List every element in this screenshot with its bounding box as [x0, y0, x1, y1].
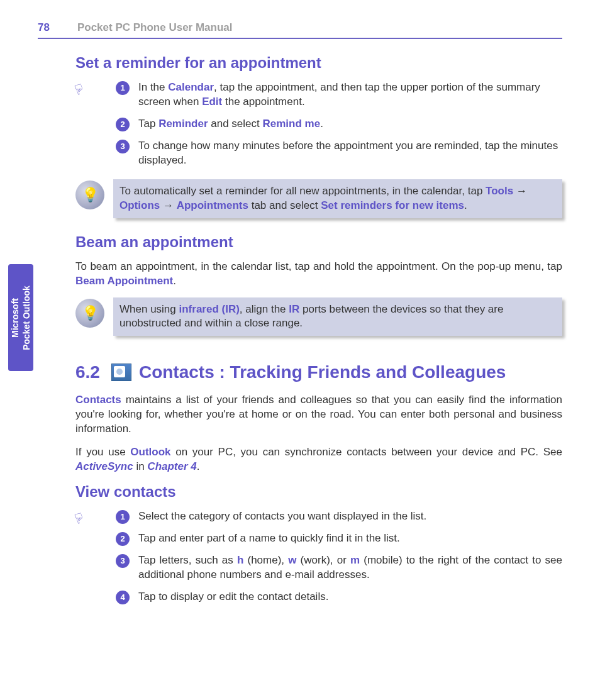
tap-hand-icon: ☟	[73, 81, 86, 99]
page-number: 78	[38, 21, 50, 34]
tip-row: 💡 To automatically set a reminder for al…	[75, 179, 562, 218]
view-contacts-steps: ☟ 1 Select the category of contacts you …	[75, 509, 562, 604]
manual-title: Pocket PC Phone User Manual	[77, 21, 233, 34]
step-item: 3 To change how many minutes before the …	[116, 139, 562, 168]
step-item: 2 Tap and enter part of a name to quickl…	[116, 531, 562, 546]
step-item: 1 Select the category of contacts you wa…	[116, 509, 562, 524]
step-text: Tap letters, such as h (home), w (work),…	[138, 553, 562, 582]
heading-contacts-section: 6.2 Contacts : Tracking Friends and Coll…	[75, 361, 562, 383]
step-list: 1 In the Calendar, tap the appointment, …	[116, 81, 562, 168]
side-tab-line1: Microsoft	[10, 298, 20, 338]
tip-box: To automatically set a reminder for all …	[113, 179, 562, 218]
page-header: 78 Pocket PC Phone User Manual	[38, 21, 562, 34]
lightbulb-icon: 💡	[75, 299, 104, 328]
step-item: 4 Tap to display or edit the contact det…	[116, 590, 562, 604]
step-number-badge: 3	[116, 140, 130, 153]
step-number-badge: 3	[116, 554, 130, 568]
step-number-badge: 1	[116, 81, 130, 95]
contacts-app-icon	[111, 364, 131, 381]
contacts-paragraph-2: If you use Outlook on your PC, you can s…	[75, 445, 562, 474]
page-content: Set a reminder for an appointment ☟ 1 In…	[75, 54, 562, 604]
lightbulb-icon: 💡	[75, 181, 104, 209]
step-number-badge: 4	[116, 591, 130, 604]
step-text: Tap Reminder and select Remind me.	[138, 117, 562, 131]
heading-view-contacts: View contacts	[75, 483, 562, 501]
header-divider	[38, 38, 562, 39]
set-reminder-steps: ☟ 1 In the Calendar, tap the appointment…	[75, 81, 562, 168]
step-item: 1 In the Calendar, tap the appointment, …	[116, 81, 562, 109]
section-number: 6.2	[75, 361, 100, 383]
section-title-text: Contacts : Tracking Friends and Colleagu…	[139, 361, 506, 383]
tip-box: When using infrared (IR), align the IR p…	[113, 297, 562, 336]
step-text: In the Calendar, tap the appointment, an…	[138, 81, 562, 109]
side-tab-line2: Pocket Outlook	[21, 286, 31, 350]
step-text: Select the category of contacts you want…	[138, 509, 562, 524]
chapter-side-tab: Microsoft Pocket Outlook	[8, 264, 33, 371]
heading-set-reminder: Set a reminder for an appointment	[75, 54, 562, 72]
step-item: 3 Tap letters, such as h (home), w (work…	[116, 553, 562, 582]
contacts-paragraph-1: Contacts maintains a list of your friend…	[75, 393, 562, 436]
step-number-badge: 2	[116, 118, 130, 131]
heading-beam-appointment: Beam an appointment	[75, 233, 562, 251]
tip-row: 💡 When using infrared (IR), align the IR…	[75, 297, 562, 336]
step-text: Tap and enter part of a name to quickly …	[138, 531, 562, 546]
tap-hand-icon: ☟	[73, 510, 86, 528]
step-item: 2 Tap Reminder and select Remind me.	[116, 117, 562, 131]
step-text: To change how many minutes before the ap…	[138, 139, 562, 168]
step-number-badge: 1	[116, 510, 130, 524]
chapter-side-tab-text: Microsoft Pocket Outlook	[10, 286, 32, 350]
step-number-badge: 2	[116, 532, 130, 546]
step-list: 1 Select the category of contacts you wa…	[116, 509, 562, 604]
manual-page: 78 Pocket PC Phone User Manual Microsoft…	[0, 0, 600, 641]
beam-paragraph: To beam an appointment, in the calendar …	[75, 260, 562, 289]
step-text: Tap to display or edit the contact detai…	[138, 590, 562, 604]
